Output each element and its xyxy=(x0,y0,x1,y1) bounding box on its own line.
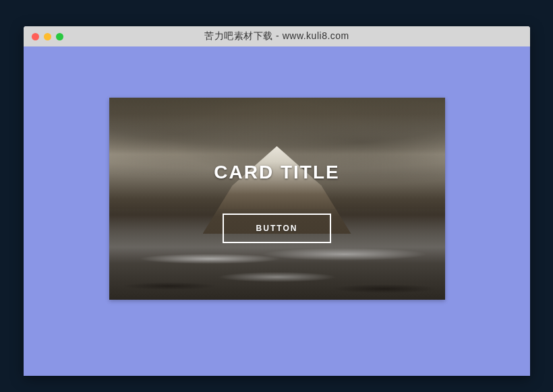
traffic-lights xyxy=(32,33,63,40)
viewport: CARD TITLE BUTTON xyxy=(24,46,530,376)
close-icon[interactable] xyxy=(32,33,39,40)
minimize-icon[interactable] xyxy=(44,33,51,40)
maximize-icon[interactable] xyxy=(56,33,63,40)
window-title: 苦力吧素材下载 - www.kuli8.com xyxy=(24,30,530,42)
card-button[interactable]: BUTTON xyxy=(223,214,332,243)
card-title: CARD TITLE xyxy=(214,162,339,183)
browser-window: 苦力吧素材下载 - www.kuli8.com CARD TITLE BUTTO… xyxy=(24,26,530,376)
titlebar: 苦力吧素材下载 - www.kuli8.com xyxy=(24,26,530,46)
card[interactable]: CARD TITLE BUTTON xyxy=(109,98,445,300)
card-overlay: CARD TITLE BUTTON xyxy=(109,98,445,300)
